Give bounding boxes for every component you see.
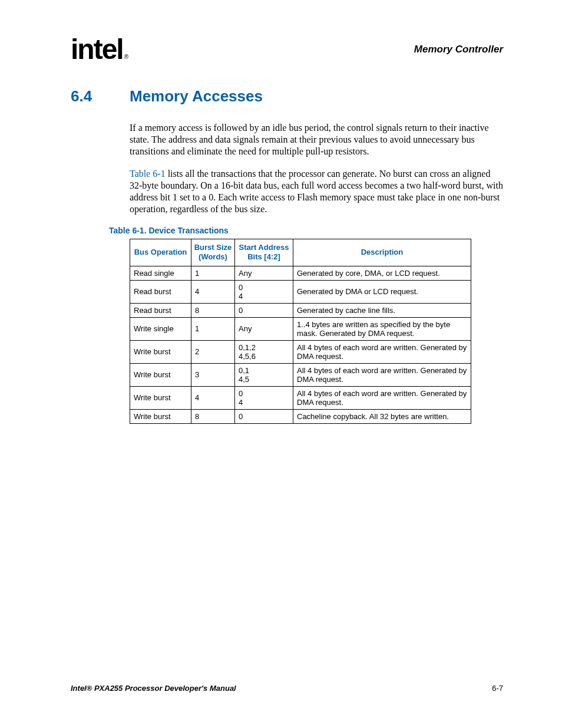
cell-desc: Cacheline copyback. All 32 bytes are wri… <box>293 409 471 423</box>
cell-desc: Generated by core, DMA, or LCD request. <box>293 266 471 280</box>
section-number: 6.4 <box>71 87 130 106</box>
table-row: Write burst80Cacheline copyback. All 32 … <box>130 409 471 423</box>
table-body: Read single1AnyGenerated by core, DMA, o… <box>130 266 471 423</box>
paragraph-2-rest: lists all the transactions that the proc… <box>130 169 503 214</box>
th-bus-operation: Bus Operation <box>130 239 191 266</box>
cell-op: Read burst <box>130 303 191 317</box>
table-caption: Table 6-1. Device Transactions <box>109 226 503 235</box>
cell-burst: 4 <box>191 280 235 303</box>
cell-desc: 1..4 bytes are written as specified by t… <box>293 317 471 340</box>
section-title: Memory Accesses <box>130 87 263 106</box>
cell-op: Write burst <box>130 363 191 386</box>
cell-addr: 04 <box>235 280 293 303</box>
th-start-address: Start Address Bits [4:2] <box>235 239 293 266</box>
table-row: Write burst30,14,5All 4 bytes of each wo… <box>130 363 471 386</box>
cell-burst: 3 <box>191 363 235 386</box>
cell-desc: All 4 bytes of each word are written. Ge… <box>293 340 471 363</box>
cell-addr: Any <box>235 317 293 340</box>
th-burst-size: Burst Size (Words) <box>191 239 235 266</box>
page-header: intel® Memory Controller <box>71 35 503 64</box>
logo-text: intel <box>71 34 123 65</box>
cell-burst: 1 <box>191 266 235 280</box>
cell-op: Write burst <box>130 409 191 423</box>
cell-addr: 0,1,24,5,6 <box>235 340 293 363</box>
table-row: Read burst404Generated by DMA or LCD req… <box>130 280 471 303</box>
cell-op: Write burst <box>130 386 191 409</box>
cell-addr: 0,14,5 <box>235 363 293 386</box>
table-crossref-link[interactable]: Table 6-1 <box>130 169 166 179</box>
footer-manual-title: Intel® PXA255 Processor Developer's Manu… <box>71 684 236 693</box>
table-row: Read single1AnyGenerated by core, DMA, o… <box>130 266 471 280</box>
table-row: Write single1Any1..4 bytes are written a… <box>130 317 471 340</box>
cell-desc: Generated by cache line fills. <box>293 303 471 317</box>
section-heading: 6.4 Memory Accesses <box>71 87 503 106</box>
cell-desc: All 4 bytes of each word are written. Ge… <box>293 386 471 409</box>
cell-addr: Any <box>235 266 293 280</box>
paragraph-1: If a memory access is followed by an idl… <box>130 122 503 157</box>
cell-op: Write single <box>130 317 191 340</box>
table-header-row: Bus Operation Burst Size (Words) Start A… <box>130 239 471 266</box>
cell-burst: 8 <box>191 409 235 423</box>
page-footer: Intel® PXA255 Processor Developer's Manu… <box>71 684 503 693</box>
cell-desc: All 4 bytes of each word are written. Ge… <box>293 363 471 386</box>
device-transactions-table: Bus Operation Burst Size (Words) Start A… <box>130 239 471 424</box>
cell-burst: 1 <box>191 317 235 340</box>
footer-page-number: 6-7 <box>492 684 503 693</box>
cell-addr: 04 <box>235 386 293 409</box>
th-description: Description <box>293 239 471 266</box>
chapter-title: Memory Controller <box>414 44 503 55</box>
cell-burst: 2 <box>191 340 235 363</box>
table-row: Write burst20,1,24,5,6All 4 bytes of eac… <box>130 340 471 363</box>
table-row: Read burst80Generated by cache line fill… <box>130 303 471 317</box>
cell-op: Read single <box>130 266 191 280</box>
table-row: Write burst404All 4 bytes of each word a… <box>130 386 471 409</box>
cell-burst: 4 <box>191 386 235 409</box>
cell-burst: 8 <box>191 303 235 317</box>
paragraph-2: Table 6-1 lists all the transactions tha… <box>130 168 503 215</box>
cell-desc: Generated by DMA or LCD request. <box>293 280 471 303</box>
registered-mark: ® <box>124 54 127 60</box>
cell-op: Write burst <box>130 340 191 363</box>
cell-op: Read burst <box>130 280 191 303</box>
intel-logo: intel® <box>71 35 127 64</box>
cell-addr: 0 <box>235 409 293 423</box>
cell-addr: 0 <box>235 303 293 317</box>
